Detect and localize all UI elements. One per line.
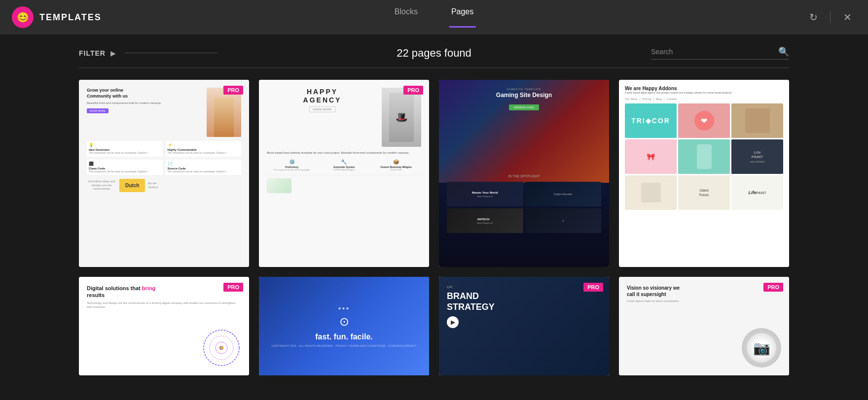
card6-title: fast. fun. facile. xyxy=(315,333,372,341)
card-preview-fast-fun: ●●● ⊙ fast. fun. facile. COPYRIGHT 2021 … xyxy=(259,277,429,375)
card-preview-gaming: GAMESITE TEMPLATE Gaming Site Design WEB… xyxy=(439,80,609,267)
card-preview-happy-addons: We are Happy Addons A paris based digita… xyxy=(619,80,789,267)
filter-label: FILTER xyxy=(79,49,106,57)
header-actions: ↻ ✕ xyxy=(804,8,856,26)
header-divider xyxy=(830,11,831,23)
pro-badge-ux-brand: PRO xyxy=(583,283,603,292)
template-card-happy-agency[interactable]: PRO HAPPYAGENCY KNOW MORE 🎩 Block based … xyxy=(259,80,429,267)
pro-badge-supersight: PRO xyxy=(763,283,783,292)
logo-icon: 😊 xyxy=(12,6,34,28)
card-preview-supersight: Vision so visionary wecall it supersight… xyxy=(619,277,789,375)
tab-blocks[interactable]: Blocks xyxy=(393,7,420,28)
app-title: TEMPLATES xyxy=(39,12,102,23)
search-button[interactable]: 🔍 xyxy=(778,46,789,57)
search-section: 🔍 xyxy=(651,46,789,60)
svg-text:😊: 😊 xyxy=(220,346,224,350)
template-card-gaming[interactable]: GAMESITE TEMPLATE Gaming Site Design WEB… xyxy=(439,80,609,267)
pages-count: 22 pages found xyxy=(217,47,651,60)
main-content: FILTER ▶ 22 pages found 🔍 PRO Grow your … xyxy=(0,34,868,400)
template-card-fast-fun[interactable]: ●●● ⊙ fast. fun. facile. COPYRIGHT 2021 … xyxy=(259,277,429,375)
card-preview-ux-brand: UX BRANDSTRATEGY ▶ xyxy=(439,277,609,375)
header: 😊 TEMPLATES Blocks Pages ↻ ✕ xyxy=(0,0,868,34)
card-preview-digital-solutions: Digital solutions that bringresults Tech… xyxy=(79,277,249,375)
close-button[interactable]: ✕ xyxy=(838,8,856,26)
tab-pages[interactable]: Pages xyxy=(449,7,475,28)
card-preview-happy-agency: HAPPYAGENCY KNOW MORE 🎩 Block based best… xyxy=(259,80,429,267)
template-card-ux-brand[interactable]: PRO UX BRANDSTRATEGY ▶ xyxy=(439,277,609,375)
card-preview-community: Grow your onlineCommunity with us Beauti… xyxy=(79,80,249,267)
refresh-button[interactable]: ↻ xyxy=(804,8,822,26)
template-card-community[interactable]: PRO Grow your onlineCommunity with us Be… xyxy=(79,80,249,267)
logo-section: 😊 TEMPLATES xyxy=(12,6,102,28)
pro-badge-happy-agency: PRO xyxy=(403,86,423,95)
template-card-happy-addons[interactable]: We are Happy Addons A paris based digita… xyxy=(619,80,789,267)
toolbar: FILTER ▶ 22 pages found 🔍 xyxy=(79,34,789,68)
filter-underline xyxy=(125,53,217,53)
header-tabs: Blocks Pages xyxy=(393,7,476,28)
template-card-digital-solutions[interactable]: PRO Digital solutions that bringresults … xyxy=(79,277,249,375)
pro-badge-digital-solutions: PRO xyxy=(223,283,243,292)
filter-section: FILTER ▶ xyxy=(79,49,217,57)
template-grid: PRO Grow your onlineCommunity with us Be… xyxy=(79,80,789,395)
filter-arrow-icon[interactable]: ▶ xyxy=(110,49,116,57)
pro-badge-community: PRO xyxy=(223,86,243,95)
template-card-supersight[interactable]: PRO Vision so visionary wecall it supers… xyxy=(619,277,789,375)
search-input[interactable] xyxy=(651,48,778,56)
